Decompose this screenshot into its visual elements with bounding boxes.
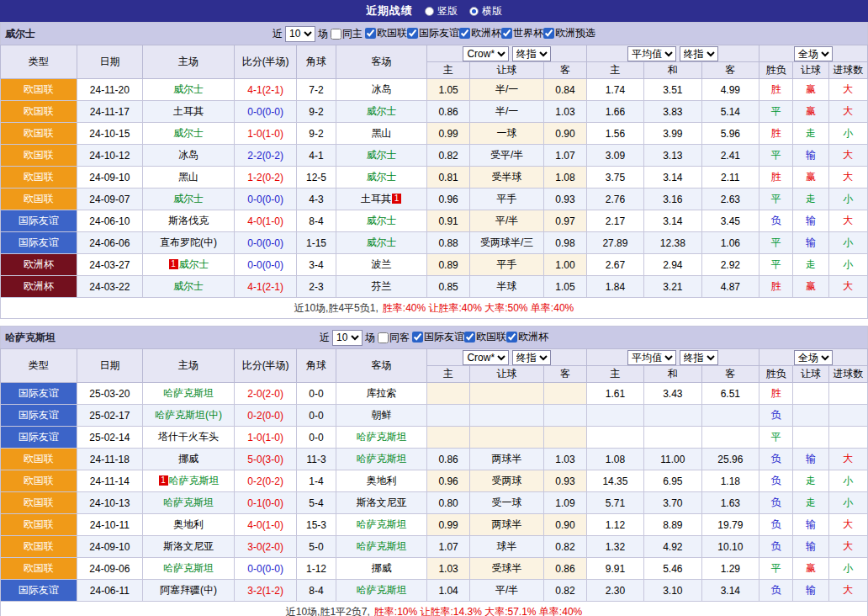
- same-side-checkbox[interactable]: [331, 29, 341, 40]
- near-count-select[interactable]: 10: [332, 330, 363, 346]
- asian-time-select[interactable]: 终指: [512, 350, 551, 365]
- score-cell[interactable]: 3-2(1-2): [234, 580, 297, 602]
- league-filter[interactable]: 国际友谊: [407, 26, 459, 40]
- league-filter-checkbox[interactable]: [407, 28, 418, 39]
- score-cell[interactable]: 4-1(2-1): [234, 276, 297, 298]
- bookmaker-select[interactable]: Crow*: [463, 350, 509, 365]
- asian-time-select[interactable]: 终指: [512, 46, 551, 61]
- scope-select[interactable]: 全场: [794, 46, 833, 61]
- bookmaker-select[interactable]: Crow*: [463, 46, 509, 61]
- scope-select[interactable]: 全场: [794, 350, 833, 365]
- away-team-cell[interactable]: 哈萨克斯坦: [336, 536, 427, 558]
- away-team-cell[interactable]: 波兰: [336, 254, 427, 276]
- away-team-cell[interactable]: 威尔士: [336, 167, 427, 189]
- league-filter[interactable]: 欧国联: [464, 330, 506, 344]
- score-cell[interactable]: 4-0(1-0): [234, 514, 297, 536]
- league-filter[interactable]: 欧洲杯: [506, 330, 548, 344]
- league-filter[interactable]: 欧洲预选: [543, 26, 595, 40]
- home-team-cell[interactable]: 奥地利: [143, 514, 235, 536]
- score-cell[interactable]: 3-0(2-0): [234, 536, 297, 558]
- away-team-cell[interactable]: 哈萨克斯坦: [336, 580, 427, 602]
- home-team-cell[interactable]: 1威尔士: [143, 254, 235, 276]
- goals-result-cell: [828, 405, 867, 427]
- same-side-filter[interactable]: 同主: [331, 27, 363, 41]
- away-team-cell[interactable]: 哈萨克斯坦: [336, 449, 427, 470]
- home-team-cell[interactable]: 塔什干火车头: [143, 427, 235, 449]
- score-cell[interactable]: 0-0(0-0): [234, 254, 297, 276]
- layout-radio[interactable]: 横版: [469, 4, 502, 19]
- league-filter-checkbox[interactable]: [459, 28, 470, 39]
- away-team-cell[interactable]: 芬兰: [336, 276, 427, 298]
- away-team-cell[interactable]: 哈萨克斯坦: [336, 514, 427, 536]
- league-filter[interactable]: 世界杯: [501, 26, 543, 40]
- score-cell[interactable]: 4-0(1-0): [234, 210, 297, 232]
- score-cell[interactable]: 4-1(2-1): [234, 79, 297, 101]
- away-team-cell[interactable]: 威尔士: [336, 232, 427, 254]
- home-team-cell[interactable]: 斯洛伐克: [143, 210, 235, 232]
- score-cell[interactable]: 0-2(0-2): [234, 470, 297, 492]
- euro-home-odds-cell: 5.71: [586, 492, 643, 514]
- league-filter-checkbox[interactable]: [543, 28, 554, 39]
- home-team-cell[interactable]: 威尔士: [143, 276, 235, 298]
- away-team-cell[interactable]: 威尔士: [336, 210, 427, 232]
- away-team-cell[interactable]: 土耳其1: [336, 189, 427, 210]
- goals-result-cell: 大: [828, 210, 867, 232]
- league-filter-checkbox[interactable]: [365, 28, 376, 39]
- euro-home-odds-cell: 1.12: [586, 514, 643, 536]
- score-cell[interactable]: 2-2(0-2): [234, 145, 297, 167]
- league-filter-checkbox[interactable]: [501, 28, 512, 39]
- euro-source-select[interactable]: 平均值: [627, 350, 676, 365]
- home-team-cell[interactable]: 黑山: [143, 167, 235, 189]
- home-team-cell[interactable]: 威尔士: [143, 79, 235, 101]
- home-team-cell[interactable]: 冰岛: [143, 145, 235, 167]
- away-team-cell[interactable]: 威尔士: [336, 145, 427, 167]
- score-cell[interactable]: 5-0(3-0): [234, 449, 297, 470]
- home-team-cell[interactable]: 挪威: [143, 449, 235, 470]
- euro-source-select[interactable]: 平均值: [627, 46, 676, 61]
- league-filter-checkbox[interactable]: [464, 332, 475, 343]
- home-team-cell[interactable]: 哈萨克斯坦: [143, 558, 235, 580]
- home-team-cell[interactable]: 哈萨克斯坦: [143, 492, 235, 514]
- home-team-cell[interactable]: 威尔士: [143, 123, 235, 145]
- away-team-cell[interactable]: 库拉索: [336, 383, 427, 405]
- home-team-cell[interactable]: 阿塞拜疆(中): [143, 580, 235, 602]
- league-filter-checkbox[interactable]: [412, 332, 423, 343]
- home-team-cell[interactable]: 威尔士: [143, 189, 235, 210]
- score-cell[interactable]: 0-0(0-0): [234, 101, 297, 123]
- score-cell[interactable]: 1-2(0-2): [234, 167, 297, 189]
- home-team-cell[interactable]: 直布罗陀(中): [143, 232, 235, 254]
- corner-cell: 9-2: [297, 101, 336, 123]
- away-team-cell[interactable]: 冰岛: [336, 79, 427, 101]
- score-cell[interactable]: 0-0(0-0): [234, 189, 297, 210]
- score-cell[interactable]: 1-0(1-0): [234, 427, 297, 449]
- euro-time-select[interactable]: 终指: [680, 350, 718, 365]
- score-cell[interactable]: 0-1(0-0): [234, 492, 297, 514]
- away-team-cell[interactable]: 斯洛文尼亚: [336, 492, 427, 514]
- score-cell[interactable]: 0-2(0-0): [234, 405, 297, 427]
- score-cell[interactable]: 0-0(0-0): [234, 232, 297, 254]
- home-team-cell[interactable]: 1哈萨克斯坦: [143, 470, 235, 492]
- home-team-cell[interactable]: 哈萨克斯坦(中): [143, 405, 235, 427]
- league-filter[interactable]: 欧洲杯: [459, 26, 501, 40]
- near-count-select[interactable]: 10: [285, 26, 315, 42]
- home-team-cell[interactable]: 土耳其: [143, 101, 235, 123]
- home-team-cell[interactable]: 哈萨克斯坦: [143, 383, 235, 405]
- away-team-cell[interactable]: 威尔士: [336, 101, 427, 123]
- same-side-filter[interactable]: 同客: [378, 331, 410, 345]
- score-cell[interactable]: 2-0(2-0): [234, 383, 297, 405]
- league-filter[interactable]: 欧国联: [365, 26, 407, 40]
- home-team-cell[interactable]: 斯洛文尼亚: [143, 536, 235, 558]
- score-cell[interactable]: 1-0(1-0): [234, 123, 297, 145]
- away-team-cell[interactable]: 黑山: [336, 123, 427, 145]
- score-cell[interactable]: 0-0(0-0): [234, 558, 297, 580]
- euro-time-select[interactable]: 终指: [680, 46, 718, 61]
- away-team-cell[interactable]: 哈萨克斯坦: [336, 427, 427, 449]
- same-side-checkbox[interactable]: [378, 332, 389, 343]
- league-filter-checkbox[interactable]: [506, 332, 517, 343]
- date-cell: 24-09-10: [77, 536, 143, 558]
- league-filter[interactable]: 国际友谊: [412, 330, 464, 344]
- layout-radio[interactable]: 竖版: [425, 4, 458, 19]
- away-team-cell[interactable]: 朝鲜: [336, 405, 427, 427]
- away-team-cell[interactable]: 奥地利: [336, 470, 427, 492]
- away-team-cell[interactable]: 挪威: [336, 558, 427, 580]
